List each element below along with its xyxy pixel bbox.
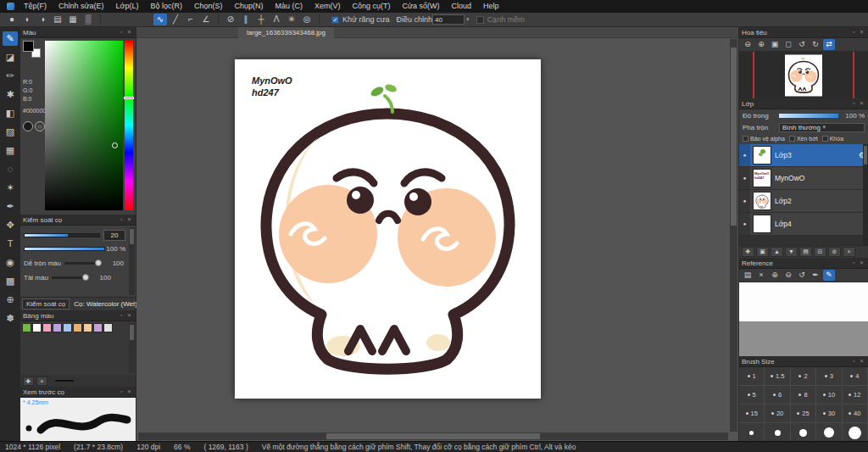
undock-icon[interactable]: ▫ xyxy=(118,387,125,397)
menu-item[interactable]: Chỉnh sửa(E) xyxy=(53,0,110,13)
rotate-icon[interactable]: ↺ xyxy=(796,270,808,281)
layer-row[interactable]: ● Lớp4 xyxy=(739,213,868,236)
brush-size-preset[interactable]: 30 xyxy=(816,405,842,423)
zoom-100-icon[interactable]: ◻ xyxy=(782,39,794,50)
brush-size-preset[interactable] xyxy=(816,423,842,442)
menu-item[interactable]: Bộ lọc(R) xyxy=(144,0,188,13)
zoom-fit-icon[interactable]: ▣ xyxy=(769,39,781,50)
undock-icon[interactable]: ▫ xyxy=(118,27,125,37)
menu-item[interactable]: Help xyxy=(477,0,505,13)
brush-control-tab[interactable]: Kiểm soát cọ xyxy=(22,299,70,310)
layer-row[interactable]: ● MynOwO hd247 MynOwO xyxy=(739,167,868,190)
brush-size-preset[interactable]: 15 xyxy=(739,405,765,423)
undock-icon[interactable]: ▫ xyxy=(850,356,858,366)
brush-tool[interactable]: ✎ xyxy=(3,31,18,46)
protect-alpha-checkbox[interactable]: Bảo vệ alpha xyxy=(743,136,785,142)
divide-tool[interactable]: ▩ xyxy=(3,274,18,288)
palette-swatch[interactable] xyxy=(22,323,31,332)
move-layer-down-button[interactable]: ▼ xyxy=(785,247,798,257)
chevron-down-icon[interactable]: ▾ xyxy=(466,16,470,23)
color-picker-marker[interactable] xyxy=(112,142,118,148)
navigator-preview[interactable] xyxy=(739,52,868,98)
duplicate-layer-button[interactable]: ▣ xyxy=(756,247,769,257)
clear-image-icon[interactable]: × xyxy=(755,270,767,281)
lock-checkbox[interactable]: Khóa xyxy=(822,136,843,142)
close-icon[interactable]: × xyxy=(858,98,865,109)
select-tool[interactable]: ▦ xyxy=(3,143,18,158)
eyedropper-icon[interactable]: ✒ xyxy=(810,270,821,281)
brush-size-preset[interactable]: 20 xyxy=(765,405,790,423)
fill-tool[interactable]: ◧ xyxy=(3,106,18,120)
brush-size-preset[interactable]: 25 xyxy=(791,405,816,423)
brush-size-preset[interactable]: 4 xyxy=(843,367,868,386)
palette-swatch[interactable] xyxy=(32,323,42,332)
new-layer-button[interactable]: ✚ xyxy=(742,247,754,257)
undock-icon[interactable]: ▫ xyxy=(118,310,125,321)
menu-item[interactable]: Công cụ(T) xyxy=(347,0,397,13)
rotate-right-icon[interactable]: ↻ xyxy=(810,39,821,50)
brush-size-preset[interactable]: 1 xyxy=(739,367,765,386)
layer-list-scrollbar[interactable] xyxy=(863,144,868,245)
layer-row[interactable]: ● Lớp2 xyxy=(739,190,868,213)
palette-scrollbar[interactable] xyxy=(129,323,135,373)
saturation-value-picker[interactable] xyxy=(45,41,123,210)
foreground-color-toggle[interactable] xyxy=(23,121,33,131)
move-layer-up-button[interactable]: ▲ xyxy=(771,247,783,257)
clipping-checkbox[interactable]: Xén bớt xyxy=(789,136,818,142)
snap-radial-icon[interactable]: ✳ xyxy=(285,14,298,25)
select-pen-tool[interactable]: ✒ xyxy=(3,199,18,214)
palette-swatch[interactable] xyxy=(83,323,92,332)
brush-tip-round-icon[interactable]: ● xyxy=(5,14,19,25)
menu-item[interactable]: Lớp(L) xyxy=(110,0,145,13)
import-image-icon[interactable]: ▤ xyxy=(742,270,754,281)
layer-visibility-dot[interactable]: ● xyxy=(739,213,750,235)
pen-icon[interactable]: ✎ xyxy=(823,270,835,281)
brush-pattern-icon[interactable]: ▦ xyxy=(66,14,80,25)
scrollbar-thumb[interactable] xyxy=(731,47,737,226)
palette-swatch[interactable] xyxy=(93,323,103,332)
close-icon[interactable]: × xyxy=(125,310,133,321)
transparent-color-toggle[interactable]: ○ xyxy=(35,121,45,131)
menu-item[interactable]: Cửa sổ(W) xyxy=(397,0,446,13)
undock-icon[interactable]: ▫ xyxy=(850,258,858,268)
document-tab[interactable]: large_1636339343468.jpg xyxy=(238,27,334,38)
close-icon[interactable]: × xyxy=(858,258,865,268)
snap-vanishing-icon[interactable]: Λ xyxy=(270,14,283,25)
close-icon[interactable]: × xyxy=(858,356,865,366)
primary-color-swatch[interactable] xyxy=(23,41,34,52)
canvas-workspace[interactable]: large_1636339343468.jpg MynOwO hd247 xyxy=(136,27,738,441)
canvas-vertical-scrollbar[interactable] xyxy=(730,39,737,432)
brush-size-preset[interactable]: 2 xyxy=(791,367,816,386)
brush-noise-icon[interactable]: ▒ xyxy=(81,14,95,25)
merge-layer-button[interactable]: ⊟ xyxy=(814,247,826,257)
menu-item[interactable]: Cloud xyxy=(446,0,478,13)
new-folder-button[interactable]: ▤ xyxy=(799,247,812,257)
clear-layer-button[interactable]: ⊘ xyxy=(828,247,841,257)
delete-layer-button[interactable]: × xyxy=(843,247,855,257)
palette-swatch[interactable] xyxy=(53,323,62,332)
brush-size-preset[interactable] xyxy=(739,423,765,442)
hue-marker[interactable] xyxy=(124,97,134,99)
palette-swatch[interactable] xyxy=(73,323,82,332)
snap-off-icon[interactable]: ⊘ xyxy=(224,14,237,25)
eraser-tool[interactable]: ◪ xyxy=(3,50,18,64)
freehand-icon[interactable]: ∿ xyxy=(153,14,167,25)
menu-item[interactable]: Xem(V) xyxy=(309,0,347,13)
brush-size-preset[interactable]: 12 xyxy=(843,386,868,405)
brush-size-preset[interactable] xyxy=(765,423,790,442)
snap-cross-icon[interactable]: ┼ xyxy=(254,14,268,25)
zoom-in-icon[interactable]: ⊕ xyxy=(755,39,767,50)
reference-image-area[interactable] xyxy=(739,282,868,321)
text-tool[interactable]: T xyxy=(3,237,18,251)
gradient-tool[interactable]: ▨ xyxy=(3,125,18,139)
brush-opacity-slider[interactable] xyxy=(24,247,105,251)
brush-size-slider[interactable] xyxy=(24,233,100,237)
palette-swatch[interactable] xyxy=(42,323,52,332)
correction-input[interactable] xyxy=(432,14,465,25)
pen-tool[interactable]: ✏ xyxy=(3,69,18,83)
hue-slider[interactable] xyxy=(125,41,133,210)
scrollbar-thumb[interactable] xyxy=(326,433,540,439)
brush-size-preset[interactable]: 5 xyxy=(739,386,765,405)
delete-color-button[interactable]: × xyxy=(36,377,47,386)
brush-size-preset[interactable]: 1.5 xyxy=(765,367,790,386)
